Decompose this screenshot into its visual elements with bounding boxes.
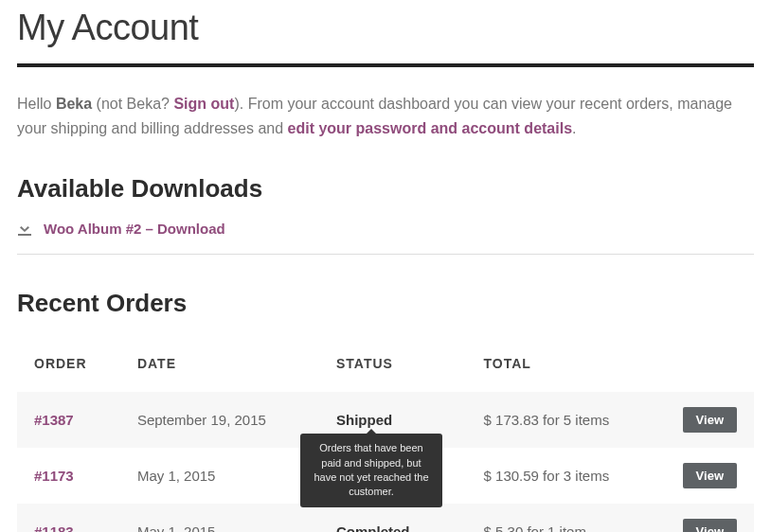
recent-orders-heading: Recent Orders xyxy=(17,289,754,318)
greeting-notuser-prefix: (not Beka? xyxy=(92,96,173,112)
view-button[interactable]: View xyxy=(683,407,737,433)
order-total: $ 173.83 for 5 items xyxy=(467,392,658,448)
order-id-link[interactable]: #1183 xyxy=(34,523,74,532)
downloads-heading: Available Downloads xyxy=(17,174,754,204)
download-icon xyxy=(17,222,32,237)
download-item: Woo Album #2 – Download xyxy=(17,221,754,255)
page-title: My Account xyxy=(17,8,754,48)
order-id-link[interactable]: #1173 xyxy=(34,468,74,484)
order-total: $ 130.59 for 3 items xyxy=(467,448,658,504)
order-id-link[interactable]: #1387 xyxy=(34,412,74,428)
greeting-period: . xyxy=(572,120,576,136)
col-total: TOTAL xyxy=(467,335,658,392)
col-action xyxy=(658,335,754,392)
sign-out-link[interactable]: Sign out xyxy=(173,96,234,112)
orders-table: ORDER DATE STATUS TOTAL #1387 September … xyxy=(17,335,754,532)
dashboard-greeting: Hello Beka (not Beka? Sign out). From yo… xyxy=(17,92,754,140)
download-link[interactable]: Woo Album #2 – Download xyxy=(44,221,225,237)
orders-header-row: ORDER DATE STATUS TOTAL xyxy=(17,335,754,392)
col-order: ORDER xyxy=(17,335,120,392)
order-status[interactable]: Completed xyxy=(336,523,410,532)
col-status: STATUS xyxy=(319,335,467,392)
view-button[interactable]: View xyxy=(683,463,737,488)
order-date: September 19, 2015 xyxy=(120,392,319,448)
table-row: #1387 September 19, 2015 Shipped Orders … xyxy=(17,392,754,448)
order-date: May 1, 2015 xyxy=(120,448,319,504)
edit-account-link[interactable]: edit your password and account details xyxy=(288,120,573,136)
table-row: #1183 May 1, 2015 Completed $ 5.30 for 1… xyxy=(17,504,754,532)
title-divider xyxy=(17,63,754,67)
status-tooltip: Orders that have been paid and shipped, … xyxy=(300,434,442,507)
order-date: May 1, 2015 xyxy=(120,504,319,532)
order-status[interactable]: Shipped xyxy=(336,412,392,428)
view-button[interactable]: View xyxy=(683,519,737,532)
col-date: DATE xyxy=(120,335,319,392)
greeting-username: Beka xyxy=(56,96,92,112)
greeting-hello: Hello xyxy=(17,96,56,112)
order-total: $ 5.30 for 1 item xyxy=(467,504,658,532)
